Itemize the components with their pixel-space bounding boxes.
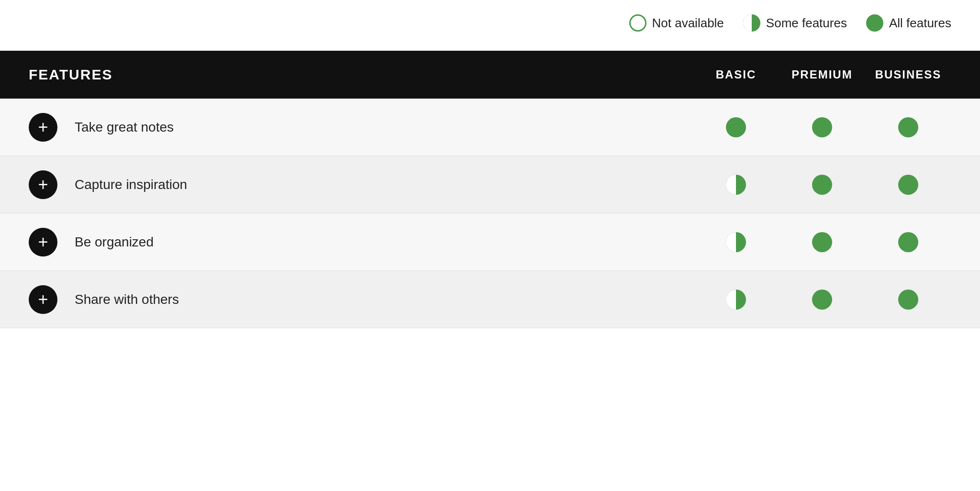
dot-all-icon (726, 117, 746, 137)
legend-item-not-available: Not available (629, 14, 724, 32)
dot-all-icon (812, 117, 832, 137)
feature-cols-take-great-notes (693, 117, 951, 137)
expand-icon-be-organized[interactable]: + (29, 228, 57, 257)
feature-name-take-great-notes: Take great notes (75, 120, 174, 135)
dot-some-icon (726, 290, 746, 310)
not-available-icon (629, 14, 646, 32)
header-columns: BASIC PREMIUM BUSINESS (693, 68, 951, 81)
expand-icon-capture-inspiration[interactable]: + (29, 170, 57, 199)
legend-label-not-available: Not available (652, 16, 724, 31)
feature-name-capture-inspiration: Capture inspiration (75, 177, 187, 192)
feature-name-share-with-others: Share with others (75, 292, 179, 307)
expand-icon-share-with-others[interactable]: + (29, 285, 57, 314)
feature-cols-be-organized (693, 232, 951, 252)
expand-icon-take-great-notes[interactable]: + (29, 113, 57, 142)
header-col-premium: PREMIUM (779, 68, 865, 81)
legend-item-all-features: All features (866, 14, 951, 32)
feature-left: + Share with others (29, 285, 693, 314)
all-features-icon (866, 14, 883, 32)
feature-row-capture-inspiration: + Capture inspiration (0, 156, 980, 213)
features-table: FEATURES BASIC PREMIUM BUSINESS + Take g… (0, 51, 980, 328)
some-features-icon (743, 14, 760, 32)
feature-left: + Be organized (29, 228, 693, 257)
feature-col-premium-be-organized (779, 232, 865, 252)
dot-all-icon (898, 117, 918, 137)
feature-col-premium-share-with-others (779, 290, 865, 310)
legend-item-some-features: Some features (743, 14, 847, 32)
table-header: FEATURES BASIC PREMIUM BUSINESS (0, 51, 980, 99)
feature-row-take-great-notes: + Take great notes (0, 99, 980, 156)
feature-col-basic-capture-inspiration (693, 175, 779, 195)
feature-row-be-organized: + Be organized (0, 213, 980, 271)
feature-col-basic-take-great-notes (693, 117, 779, 137)
dot-all-icon (812, 290, 832, 310)
dot-some-icon (726, 175, 746, 195)
feature-cols-share-with-others (693, 290, 951, 310)
feature-row-share-with-others: + Share with others (0, 271, 980, 328)
legend-label-some-features: Some features (766, 16, 847, 31)
feature-col-basic-be-organized (693, 232, 779, 252)
feature-left: + Capture inspiration (29, 170, 693, 199)
dot-all-icon (898, 290, 918, 310)
legend: Not available Some features All features (0, 0, 980, 51)
legend-label-all-features: All features (889, 16, 951, 31)
feature-col-basic-share-with-others (693, 290, 779, 310)
feature-name-be-organized: Be organized (75, 234, 154, 250)
features-heading: FEATURES (29, 67, 693, 83)
dot-all-icon (898, 175, 918, 195)
dot-all-icon (812, 232, 832, 252)
dot-some-icon (726, 232, 746, 252)
dot-all-icon (898, 232, 918, 252)
feature-col-business-take-great-notes (865, 117, 951, 137)
dot-all-icon (812, 175, 832, 195)
feature-left: + Take great notes (29, 113, 693, 142)
feature-col-business-capture-inspiration (865, 175, 951, 195)
feature-col-business-share-with-others (865, 290, 951, 310)
header-col-business: BUSINESS (865, 68, 951, 81)
feature-col-business-be-organized (865, 232, 951, 252)
feature-cols-capture-inspiration (693, 175, 951, 195)
feature-col-premium-take-great-notes (779, 117, 865, 137)
header-col-basic: BASIC (693, 68, 779, 81)
feature-col-premium-capture-inspiration (779, 175, 865, 195)
